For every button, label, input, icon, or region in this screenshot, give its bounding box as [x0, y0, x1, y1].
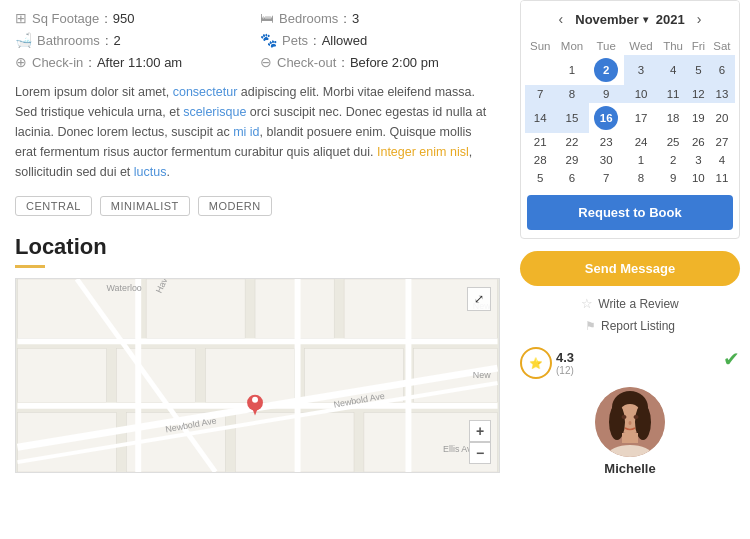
bathrooms-label: Bathrooms — [37, 33, 100, 48]
cal-day[interactable]: 12 — [688, 85, 709, 103]
cal-day[interactable]: 11 — [658, 85, 688, 103]
cal-day[interactable]: 9 — [589, 85, 624, 103]
profile-name: Michelle — [604, 461, 655, 476]
cal-day[interactable]: 8 — [624, 169, 659, 187]
cal-day[interactable]: 5 — [525, 169, 555, 187]
cal-day[interactable]: 4 — [709, 151, 735, 169]
cal-week-3: 14 15 16 17 18 19 20 — [525, 103, 735, 133]
cal-day[interactable]: 27 — [709, 133, 735, 151]
cal-day[interactable]: 15 — [555, 103, 588, 133]
next-month-button[interactable]: › — [691, 9, 708, 29]
col-wed: Wed — [624, 37, 659, 55]
tag-list: CENTRAL MINIMALIST MODERN — [15, 196, 495, 216]
cal-day[interactable]: 11 — [709, 169, 735, 187]
cal-day[interactable]: 21 — [525, 133, 555, 151]
cal-day[interactable]: 2 — [658, 151, 688, 169]
bedrooms-label: Bedrooms — [279, 11, 338, 26]
zoom-in-button[interactable]: + — [469, 420, 491, 442]
bathrooms-value: 2 — [114, 33, 121, 48]
checkin-item: ⊕ Check-in: After 11:00 am — [15, 54, 250, 70]
cal-day[interactable]: 25 — [658, 133, 688, 151]
svg-rect-6 — [116, 348, 195, 402]
cal-day[interactable]: 6 — [709, 55, 735, 85]
cal-day[interactable]: 13 — [709, 85, 735, 103]
write-review-link[interactable]: ☆ Write a Review — [581, 296, 678, 311]
tag-modern: MODERN — [198, 196, 272, 216]
cal-day[interactable]: 14 — [525, 103, 555, 133]
map-container[interactable]: Newbold Ave Newbold Ave Ellis Ave Haveme… — [15, 278, 500, 473]
cal-day[interactable]: 9 — [658, 169, 688, 187]
cal-day[interactable]: 3 — [688, 151, 709, 169]
cal-day[interactable]: 24 — [624, 133, 659, 151]
cal-day[interactable]: 6 — [555, 169, 588, 187]
write-review-label: Write a Review — [598, 297, 678, 311]
left-panel: ⊞ Sq Footage: 950 🛏 Bedrooms: 3 🛁 Bathro… — [0, 0, 510, 539]
desc-link-3[interactable]: mi id — [233, 125, 259, 139]
dropdown-icon[interactable]: ▾ — [643, 14, 648, 25]
cal-day[interactable]: 7 — [589, 169, 624, 187]
cal-day[interactable]: 30 — [589, 151, 624, 169]
sq-footage-item: ⊞ Sq Footage: 950 — [15, 10, 250, 26]
bathrooms-item: 🛁 Bathrooms: 2 — [15, 32, 250, 48]
desc-link-1[interactable]: consectetur — [173, 85, 238, 99]
cal-day[interactable]: 5 — [688, 55, 709, 85]
cal-day[interactable]: 17 — [624, 103, 659, 133]
cal-day[interactable]: 3 — [624, 55, 659, 85]
cal-day[interactable]: 23 — [589, 133, 624, 151]
selected-day-16[interactable]: 16 — [594, 106, 618, 130]
cal-day[interactable]: 28 — [525, 151, 555, 169]
svg-text:Waterloo: Waterloo — [107, 283, 142, 293]
cal-day[interactable]: 22 — [555, 133, 588, 151]
request-to-book-button[interactable]: Request to Book — [527, 195, 733, 230]
col-thu: Thu — [658, 37, 688, 55]
checkin-label: Check-in — [32, 55, 83, 70]
send-message-button[interactable]: Send Message — [520, 251, 740, 286]
sq-footage-label: Sq Footage — [32, 11, 99, 26]
cal-day[interactable]: 26 — [688, 133, 709, 151]
location-section: Location — [15, 234, 495, 473]
desc-link-4[interactable]: luctus — [134, 165, 167, 179]
year-label: 2021 — [656, 12, 685, 27]
cal-day[interactable]: 1 — [555, 55, 588, 85]
selected-day-2[interactable]: 2 — [594, 58, 618, 82]
request-btn-wrapper: Request to Book — [521, 195, 739, 238]
svg-point-41 — [629, 421, 632, 425]
sqft-icon: ⊞ — [15, 10, 27, 26]
col-sat: Sat — [709, 37, 735, 55]
profile-meta-row: ⭐ 4.3 (12) ✔ — [520, 347, 740, 379]
calendar: ‹ November ▾ 2021 › Sun Mon Tue Wed Thu … — [520, 0, 740, 239]
action-links: ☆ Write a Review ⚑ Report Listing — [520, 296, 740, 333]
desc-link-2[interactable]: scelerisque — [183, 105, 246, 119]
rating-circle: ⭐ — [520, 347, 552, 379]
cal-day[interactable]: 4 — [658, 55, 688, 85]
prev-month-button[interactable]: ‹ — [553, 9, 570, 29]
cal-day[interactable]: 16 — [589, 103, 624, 133]
svg-text:New: New — [473, 370, 491, 380]
svg-point-31 — [252, 397, 258, 403]
calendar-days-header: Sun Mon Tue Wed Thu Fri Sat — [525, 37, 735, 55]
cal-day[interactable]: 2 — [589, 55, 624, 85]
rating-count: (12) — [556, 365, 574, 376]
rating-number: 4.3 — [556, 350, 574, 365]
cal-day[interactable]: 8 — [555, 85, 588, 103]
cal-day[interactable]: 10 — [688, 169, 709, 187]
cal-day[interactable]: 7 — [525, 85, 555, 103]
cal-day[interactable]: 1 — [624, 151, 659, 169]
cal-day[interactable]: 10 — [624, 85, 659, 103]
report-listing-link[interactable]: ⚑ Report Listing — [585, 319, 675, 333]
checkin-icon: ⊕ — [15, 54, 27, 70]
cal-day[interactable]: 18 — [658, 103, 688, 133]
cal-day[interactable]: 19 — [688, 103, 709, 133]
cal-day[interactable]: 20 — [709, 103, 735, 133]
zoom-out-button[interactable]: − — [469, 442, 491, 464]
cal-day[interactable]: 29 — [555, 151, 588, 169]
bedrooms-value: 3 — [352, 11, 359, 26]
cal-week-2: 7 8 9 10 11 12 13 — [525, 85, 735, 103]
rating-badge: ⭐ 4.3 (12) — [520, 347, 574, 379]
map-expand-button[interactable]: ⤢ — [467, 287, 491, 311]
cal-week-5: 28 29 30 1 2 3 4 — [525, 151, 735, 169]
verified-icon: ✔ — [723, 347, 740, 371]
pets-value: Allowed — [322, 33, 368, 48]
cal-day[interactable] — [525, 55, 555, 85]
property-info: ⊞ Sq Footage: 950 🛏 Bedrooms: 3 🛁 Bathro… — [15, 10, 495, 70]
